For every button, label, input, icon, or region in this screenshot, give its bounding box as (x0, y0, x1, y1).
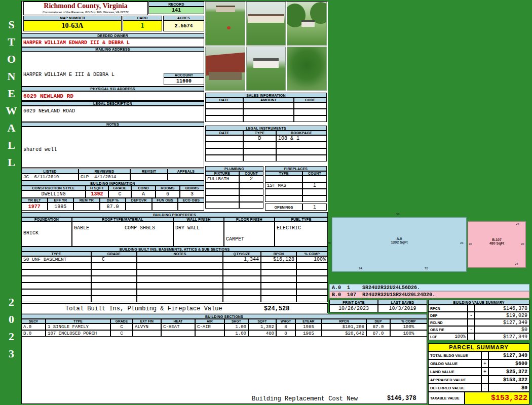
property-photo-5[interactable] (246, 47, 286, 91)
built-ins-row: 50 UNF BASEMENT C 1,344 $16,128 100% (21, 256, 328, 263)
built-ins-type-header: TYPE (21, 252, 91, 256)
empty-cell (91, 282, 137, 289)
account-value: 11600 (164, 77, 204, 85)
property-photo-1[interactable] (205, 2, 245, 46)
sketch-b-label: B.107 (468, 238, 525, 241)
empty-cell (205, 142, 243, 148)
office-address: Commissioner of the Revenue, PO Box 366,… (24, 10, 147, 14)
built-ins-empty-row (21, 282, 328, 289)
print-info-table: PRINT DATE LAST SAVED 10/26/2023 10/3/20… (329, 300, 427, 312)
legal-instruments-title: LEGAL INSTRUMENTS (205, 126, 327, 131)
yrblt-value: 1977 (21, 202, 48, 211)
grade-value: C (110, 323, 133, 330)
legal-empty-row (205, 155, 327, 161)
photo2-house (248, 14, 284, 23)
air-value (195, 330, 224, 337)
empty-cell (205, 148, 243, 155)
built-ins-empty-row (21, 296, 328, 302)
empty-cell (302, 176, 327, 182)
acres-box: ACRES 2.5574 (163, 16, 204, 31)
legal-instruments-section: LEGAL INSTRUMENTS DATE TYPE BOOKPAGE D 1… (205, 126, 327, 161)
empty-cell (91, 296, 137, 302)
physical-address-label: PHYSICAL 911 ADDRESS (21, 87, 204, 91)
account-box: ACCOUNT 11600 (164, 73, 204, 85)
openings-label: OPENINGS (265, 204, 302, 211)
empty-cell (294, 109, 327, 115)
legal-description-section: LEGAL DESCRIPTION 6029 NEWLAND ROAD (21, 101, 204, 122)
depovr-header: DEPOVR (126, 198, 152, 202)
parcel-summary-row: TOTAL BLDG VALUE $127,349 (428, 351, 529, 359)
empty-cell (223, 263, 261, 269)
empty-cell (296, 296, 328, 302)
taxable-value-label: TAXABLE VALUE (428, 392, 465, 404)
empty-cell (91, 289, 137, 296)
fixture-header: FIXTURE (205, 171, 239, 176)
empty-cell (205, 189, 239, 195)
hsqft-header: H SQFT (86, 186, 108, 190)
built-ins-empty-row (21, 276, 328, 282)
empty-cell (243, 102, 294, 109)
deeded-owner-value: HARPER WILLIAM EDWARD III & DEBRA L (21, 38, 204, 47)
plumbing-empty-row (205, 182, 263, 189)
obs-fe-value: $0 (475, 326, 529, 333)
built-ins-notes-header: NOTES (137, 252, 223, 256)
parcel-summary-row: LAND VALUE + $25,372 (428, 368, 529, 376)
depovr-value (126, 202, 152, 211)
legal-type: D (243, 135, 276, 142)
photo4-shed-wall (209, 72, 241, 79)
sqft-value: 480 (248, 330, 276, 337)
shgt-value: 1.00 (224, 323, 248, 330)
extfin-header: EXT FIN (133, 319, 161, 323)
listed-value: JC 6/11/2019 (21, 174, 79, 181)
empty-cell (296, 289, 328, 296)
map-number-value: 10-63A (23, 20, 122, 31)
property-photo-3[interactable] (287, 2, 327, 46)
roof-header: ROOF TYPE/MATERIAL (72, 217, 173, 222)
note-line-1: shared well (22, 145, 204, 152)
rpcn-label: RPCN (428, 305, 468, 312)
revisit-header: REVISIT (130, 169, 168, 174)
property-photo-2[interactable] (246, 2, 286, 46)
appeals-value (168, 174, 204, 181)
comp-value: 100% (390, 323, 427, 330)
property-photo-6[interactable] (287, 47, 327, 91)
ecoobs-header: ECO OBS (178, 198, 204, 202)
empty-cell (243, 115, 294, 122)
shgt-value: 1.00 (224, 330, 248, 337)
sketch-dim: 20 (469, 242, 472, 246)
air-value: C-AIR (195, 323, 224, 330)
wall-finish-header: WALL FINISH (173, 217, 224, 222)
empty-cell (261, 276, 296, 282)
parcel-summary-row: DEFERRED VALUE - $0 (428, 384, 529, 392)
effyr-value: 1985 (48, 202, 74, 211)
map-number-box: MAP NUMBER 10-63A (23, 16, 122, 31)
appeals-header: APPEALS (168, 169, 204, 174)
land-op: + (481, 368, 488, 376)
sec-value: A.0 (21, 323, 46, 330)
plumbing-section: PLUMBING FIXTURE COUNT FULLBATH 2 (205, 166, 263, 209)
parcel-summary-title: PARCEL SUMMARY (428, 343, 529, 351)
reviewed-value: CLP 4/1/2014 (79, 174, 130, 181)
rcn-label: Building Replacement Cost New (252, 395, 358, 402)
legal-type-header: TYPE (243, 131, 276, 135)
ecoobs-value (178, 202, 204, 211)
roof-type-value: GABLE (74, 225, 125, 231)
review-table: LISTED REVIEWED REVISIT APPEALS JC 6/11/… (21, 169, 204, 181)
property-photo-4[interactable] (205, 47, 245, 91)
built-ins-type: 50 UNF BASEMENT (21, 256, 91, 263)
building-value-summary-title: BUILDING VALUE SUMMARY (428, 300, 529, 305)
value-summary-row: RPCN $146,378 (428, 305, 529, 312)
sketch-section-a: A.0 1392 SqFt (332, 217, 467, 272)
cond-header: COND (131, 186, 156, 190)
built-ins-empty-row (21, 269, 328, 276)
legal-bookpage: 108 & 1 (276, 135, 327, 142)
building-section-row: B.0 107 ENCLOSED PORCH C 1.00 480 8 1985… (21, 330, 427, 337)
construction-style-header: CONSTRUCTION STYLE (21, 186, 86, 190)
parcel-summary-row: APPRAISED VALUE $153,322 (428, 376, 529, 384)
funobs-header: FUN OBS (152, 198, 178, 202)
openings-value: 1 (302, 204, 327, 211)
obldg-value: $600 (488, 359, 529, 368)
deeded-owner-label: DEEDED OWNER (21, 33, 204, 38)
photo-grid (205, 2, 327, 91)
plumbing-empty-row (205, 189, 263, 195)
